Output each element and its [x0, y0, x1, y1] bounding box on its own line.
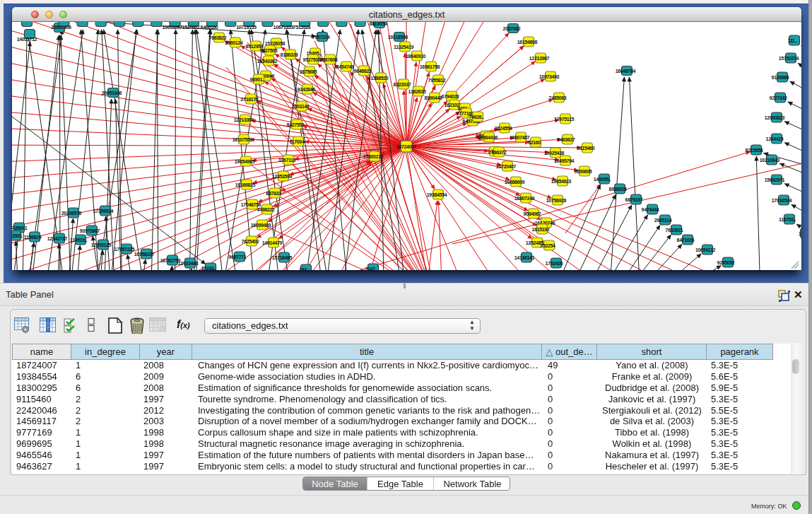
svg-text:7515526: 7515526	[293, 25, 311, 30]
svg-text:6466160: 6466160	[201, 25, 218, 30]
svg-text:12353594: 12353594	[272, 174, 293, 179]
svg-text:9227343: 9227343	[770, 95, 787, 100]
svg-text:15300215: 15300215	[363, 154, 384, 159]
svg-text:11325419: 11325419	[394, 45, 413, 49]
svg-text:9245052: 9245052	[717, 260, 735, 265]
svg-text:114519..: 114519..	[70, 238, 87, 243]
svg-text:16107553: 16107553	[233, 137, 253, 142]
svg-text:16154808: 16154808	[517, 40, 538, 45]
svg-text:9474444: 9474444	[642, 207, 659, 212]
svg-text:14435001: 14435001	[12, 226, 28, 230]
svg-text:17975115: 17975115	[554, 117, 574, 122]
svg-text:9657771: 9657771	[229, 255, 247, 259]
svg-text:62160: 62160	[528, 140, 541, 145]
svg-text:8960124: 8960124	[225, 40, 243, 45]
svg-text:12905135: 12905135	[91, 243, 112, 247]
svg-text:18807249: 18807249	[514, 196, 535, 201]
svg-text:8471626: 8471626	[677, 238, 695, 243]
svg-text:10807487: 10807487	[510, 135, 530, 140]
svg-text:10025438: 10025438	[544, 151, 565, 156]
svg-text:1615192: 1615192	[532, 227, 550, 232]
svg-text:2718176: 2718176	[241, 97, 259, 102]
svg-text:10654112: 10654112	[695, 247, 715, 252]
svg-text:8990448: 8990448	[425, 95, 442, 100]
svg-text:3913931: 3913931	[12, 233, 23, 238]
svg-text:12093823: 12093823	[765, 115, 785, 120]
svg-text:16495794: 16495794	[554, 158, 575, 163]
svg-text:98901..: 98901..	[250, 77, 265, 82]
svg-text:10671355: 10671355	[273, 25, 294, 30]
svg-text:7632621: 7632621	[666, 228, 683, 233]
svg-text:10756928: 10756928	[546, 198, 567, 203]
svg-text:12923448: 12923448	[178, 261, 199, 266]
svg-text:144095..: 144095..	[594, 177, 611, 182]
svg-text:2047..: 2047..	[365, 267, 377, 270]
svg-text:18724007: 18724007	[396, 144, 417, 149]
svg-text:10973493: 10973493	[539, 74, 560, 79]
svg-text:9084067: 9084067	[524, 211, 541, 216]
svg-text:9527508: 9527508	[303, 57, 321, 62]
svg-text:12213369: 12213369	[234, 117, 254, 122]
svg-text:15720407: 15720407	[496, 164, 517, 169]
svg-text:16099489: 16099489	[251, 223, 271, 228]
svg-text:9827505: 9827505	[260, 48, 278, 53]
svg-text:116753..: 116753..	[779, 217, 796, 222]
svg-text:20206576: 20206576	[61, 211, 82, 216]
svg-text:8186328: 8186328	[281, 52, 298, 57]
svg-text:3675685: 3675685	[300, 69, 317, 74]
svg-text:15716485: 15716485	[272, 255, 293, 260]
svg-text:10653267: 10653267	[162, 25, 182, 30]
svg-text:7986372: 7986372	[489, 150, 507, 155]
svg-text:8427552: 8427552	[287, 122, 305, 127]
svg-text:16961758: 16961758	[420, 64, 440, 69]
svg-text:17046756: 17046756	[241, 202, 261, 207]
svg-text:9242848: 9242848	[298, 87, 315, 92]
svg-text:12213967: 12213967	[529, 56, 550, 61]
svg-text:8454749: 8454749	[336, 64, 354, 69]
svg-text:2935114: 2935114	[654, 218, 672, 223]
svg-text:17957225: 17957225	[114, 247, 135, 252]
svg-text:111..: 111..	[787, 38, 796, 43]
svg-text:7955812: 7955812	[428, 78, 446, 83]
svg-text:6879197: 6879197	[625, 197, 643, 202]
svg-text:7663822: 7663822	[209, 35, 227, 40]
svg-text:887833: 887833	[266, 191, 281, 196]
svg-text:26053346: 26053346	[102, 90, 122, 95]
svg-text:3624554: 3624554	[495, 126, 512, 131]
svg-text:153..: 153..	[299, 267, 309, 270]
svg-text:10243..: 10243..	[201, 266, 216, 270]
svg-text:1733426: 1733426	[546, 261, 563, 266]
svg-text:93975867: 93975867	[80, 228, 100, 233]
svg-text:15751074: 15751074	[779, 56, 799, 61]
svg-text:19654985: 19654985	[235, 159, 255, 164]
svg-text:1156829: 1156829	[24, 235, 42, 240]
svg-text:1588520: 1588520	[371, 76, 389, 81]
svg-text:117004: 117004	[290, 139, 305, 144]
svg-text:20364436: 20364436	[478, 135, 498, 140]
svg-text:14055712: 14055712	[17, 37, 37, 42]
svg-text:4498222: 4498222	[257, 207, 275, 212]
svg-text:14914479: 14914479	[262, 240, 283, 245]
svg-text:3267110: 3267110	[278, 158, 296, 163]
svg-text:17016504: 17016504	[772, 198, 792, 203]
svg-text:9463627: 9463627	[558, 137, 575, 142]
svg-text:19166825: 19166825	[235, 182, 256, 187]
svg-text:1244415: 1244415	[766, 136, 784, 141]
svg-text:1527602: 1527602	[182, 25, 199, 30]
svg-text:74626..: 74626..	[469, 115, 484, 119]
svg-text:7485063: 7485063	[549, 95, 567, 100]
svg-text:2603144: 2603144	[292, 104, 310, 109]
svg-text:9115460: 9115460	[577, 146, 595, 151]
svg-text:7957224: 7957224	[312, 35, 330, 40]
svg-text:10210643: 10210643	[760, 158, 780, 163]
svg-text:8938928: 8938928	[609, 187, 627, 192]
svg-text:12342737: 12342737	[47, 236, 68, 241]
svg-text:15692971: 15692971	[765, 177, 785, 182]
svg-text:8215958: 8215958	[746, 148, 763, 153]
svg-text:16648784: 16648784	[616, 69, 636, 74]
svg-text:8813054: 8813054	[370, 22, 387, 26]
svg-text:2087682: 2087682	[503, 26, 521, 31]
svg-text:6794028: 6794028	[442, 94, 459, 99]
svg-text:17359924: 17359924	[93, 209, 114, 214]
svg-text:10958107: 10958107	[134, 252, 155, 257]
